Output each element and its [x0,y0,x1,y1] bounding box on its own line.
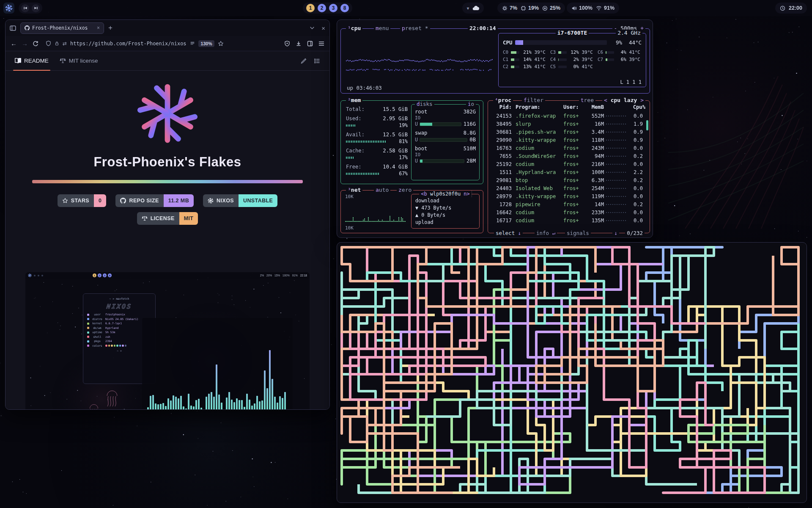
workspace-button-2[interactable]: 2 [318,4,326,12]
url-text[interactable]: https://github.com/Frost-Phoenix/nixos [70,41,187,47]
mem-stat: Avail:12.5 GiB81% [346,131,408,145]
process-row-30681[interactable]: 30681.pipes.sh-wrafros+3.4M0.9 [488,128,647,136]
tab-readme[interactable]: README [15,51,49,70]
mini-mem: 20% [266,274,272,277]
url-bar[interactable]: ⇄ https://github.com/Frost-Phoenix/nixos… [43,40,280,47]
workspace-button-3[interactable]: 3 [329,4,337,12]
badge-license[interactable]: LICENSEMIT [137,212,198,225]
badge-stars[interactable]: STARS0 [58,194,107,207]
zoom-indicator[interactable]: 130% [198,40,215,47]
io-toggle[interactable]: io [466,101,476,108]
process-row-1511[interactable]: 1511.Hyprland-wrafros+100M2.2 [488,168,647,176]
cava-bar [266,388,268,410]
process-row-7655[interactable]: 7655.SoundWireSerfros+94M0.2 [488,152,647,160]
sidebar-toggle-icon[interactable] [10,25,16,31]
tab-license[interactable]: MIT license [60,51,98,70]
preset-button[interactable]: preset * [400,25,430,32]
process-row-24153[interactable]: 24153.firefox-wrapfros+552M0.0 [488,112,647,120]
badge-nixos[interactable]: NIXOSUNSTABLE [203,194,277,207]
badge-repo-size[interactable]: REPO SIZE11.2 MB [115,194,194,207]
process-row-24403[interactable]: 24403Isolated Webfros+254M0.0 [488,184,647,192]
process-row-16763[interactable]: 16763codiumfros+243M0.0 [488,144,647,152]
shell-prompt: ~ > maxfetch [87,297,151,301]
media-prev-button[interactable] [21,4,29,12]
cava-bar [206,397,207,410]
status-bar: 1238 ▾ 7% 19% 25% 100% 91% 22:00 [0,0,812,16]
scroll-down-icon[interactable]: ↓ [612,230,619,237]
media-next-button[interactable] [32,4,40,12]
fetch-row-icon [87,327,89,329]
new-tab-button[interactable]: + [108,24,112,32]
cava-bar [221,403,222,410]
tree-toggle[interactable]: tree [579,97,595,104]
net-auto-toggle[interactable]: auto [374,187,390,193]
process-row-38495[interactable]: 38495slurpfros+16M1.9 [488,120,647,128]
upload-speed: ▲ 0 Byte/s [415,212,475,219]
menu-hamburger-icon[interactable] [318,41,324,46]
cpu-usage: 7% [510,5,517,11]
cpu-frequency: 2.4 GHz [616,30,642,36]
process-row-16717[interactable]: 16717codiumfros+135M0.0 [488,216,647,224]
filter-button[interactable]: filter [522,97,545,104]
cava-bar [208,394,210,410]
fetch-row-icon [87,318,89,320]
process-row-16642[interactable]: 16642codiumfros+233M0.0 [488,208,647,216]
mini-disk: 15% [274,274,280,277]
nixos-launcher-button[interactable] [3,3,14,14]
forward-button[interactable]: → [22,40,28,47]
outline-list-icon[interactable] [314,58,320,64]
reader-mode-icon[interactable] [190,41,195,46]
edit-pencil-icon[interactable] [301,58,307,64]
disks-title[interactable]: disks [415,101,434,108]
mini-wifi: 91% [292,274,298,277]
tabs-chevron-icon[interactable] [310,25,315,30]
extensions-icon[interactable] [307,41,313,47]
sort-selector[interactable]: < cpu lazy > [602,97,645,104]
process-row-29081[interactable]: 29081btopfros+6.3M0.2 [488,176,647,184]
proc-box-title[interactable]: ⁴proc [493,97,513,104]
core-stat-C0: C021%39°C [503,49,547,56]
cava-bar [239,400,240,410]
nixos-ascii-art: NIXOS [87,303,152,310]
workspace-button-8[interactable]: 8 [340,4,349,12]
back-button[interactable]: ← [11,40,17,47]
process-row-1728[interactable]: 1728pipewirefros+14M0.2 [488,200,647,208]
net-history-graph [345,202,406,224]
pipes-terminal-window [337,242,807,503]
process-row-29090[interactable]: 29090.kitty-wrappefros+118M0.9 [488,136,647,144]
clock-widget[interactable]: 22:00 [775,3,807,14]
cpu-total-temp: 44°C [625,39,642,46]
badge-value: 0 [94,194,106,207]
process-row-28979[interactable]: 28979.kitty-wrappefros+119M0.0 [488,192,647,200]
cloud-icon [472,6,479,11]
window-close-icon[interactable]: × [321,25,325,32]
menu-button[interactable]: menu [374,25,390,32]
tab-readme-label: README [24,58,49,64]
process-row-25192[interactable]: 25192codiumfros+216M0.0 [488,160,647,168]
tracking-shield-icon[interactable] [46,41,51,46]
download-label: download [415,197,475,204]
audio-network-widget[interactable]: 100% 91% [567,3,619,14]
net-zero-toggle[interactable]: zero [397,187,413,193]
browser-tab-strip: Frost-Phoenix/nixos × + × [5,20,329,36]
fetch-label: pkgs [91,340,104,343]
net-scale-top: 10K [345,194,354,199]
memory-usage: 19% [528,5,539,11]
weather-widget[interactable]: ▾ [462,3,484,14]
mem-box-title[interactable]: ²mem [346,97,362,104]
reload-icon[interactable] [33,41,38,47]
system-stats[interactable]: 7% 19% 25% [497,3,565,14]
net-box-title[interactable]: ³net [346,187,362,193]
bookmark-star-icon[interactable] [218,41,224,47]
privacy-shield-icon[interactable] [284,41,290,47]
btop-proc-box: ⁴proc filter tree < cpu lazy > Pid: Prog… [488,100,650,233]
workspace-button-1[interactable]: 1 [306,4,315,12]
tab-close-icon[interactable]: × [97,25,100,31]
downloads-icon[interactable] [296,41,302,47]
proc-scrollbar[interactable] [646,120,648,130]
browser-tab[interactable]: Frost-Phoenix/nixos × [20,22,104,34]
permissions-icon[interactable]: ⇄ [63,41,67,47]
cpu-box-title[interactable]: ¹cpu [346,25,362,32]
net-interface[interactable]: <b wlp0s20f0u n> [419,190,472,197]
fetch-label: kernel [91,322,104,325]
